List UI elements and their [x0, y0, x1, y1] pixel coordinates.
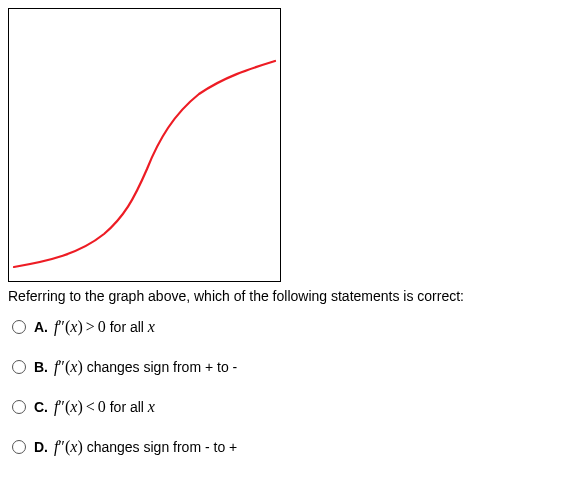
option-var: x [148, 398, 155, 415]
radio-icon [12, 360, 26, 374]
option-d[interactable]: D. f″(x) changes sign from - to + [12, 438, 558, 456]
option-letter: D. [34, 439, 48, 455]
option-letter: C. [34, 399, 48, 415]
curve [14, 61, 275, 267]
radio-icon [12, 400, 26, 414]
radio-icon [12, 320, 26, 334]
option-var: x [148, 318, 155, 335]
option-d-content: D. f″(x) changes sign from - to + [34, 438, 237, 456]
option-a-content: A. f″(x)>0 for all x [34, 318, 155, 336]
option-expression: f″(x)>0 [54, 318, 106, 335]
option-b[interactable]: B. f″(x) changes sign from + to - [12, 358, 558, 376]
option-b-content: B. f″(x) changes sign from + to - [34, 358, 237, 376]
option-tail: for all [106, 319, 148, 335]
option-letter: A. [34, 319, 48, 335]
curve-plot [9, 9, 280, 281]
radio-icon [12, 440, 26, 454]
option-c[interactable]: C. f″(x)<0 for all x [12, 398, 558, 416]
question-text: Referring to the graph above, which of t… [8, 288, 558, 304]
option-expression: f″(x) [54, 438, 83, 455]
option-expression: f″(x) [54, 358, 83, 375]
option-tail: for all [106, 399, 148, 415]
option-tail: changes sign from - to + [83, 439, 237, 455]
option-expression: f″(x)<0 [54, 398, 106, 415]
option-tail: changes sign from + to - [83, 359, 237, 375]
option-a[interactable]: A. f″(x)>0 for all x [12, 318, 558, 336]
graph-panel [8, 8, 281, 282]
option-c-content: C. f″(x)<0 for all x [34, 398, 155, 416]
option-letter: B. [34, 359, 48, 375]
options-group: A. f″(x)>0 for all x B. f″(x) changes si… [8, 318, 558, 456]
